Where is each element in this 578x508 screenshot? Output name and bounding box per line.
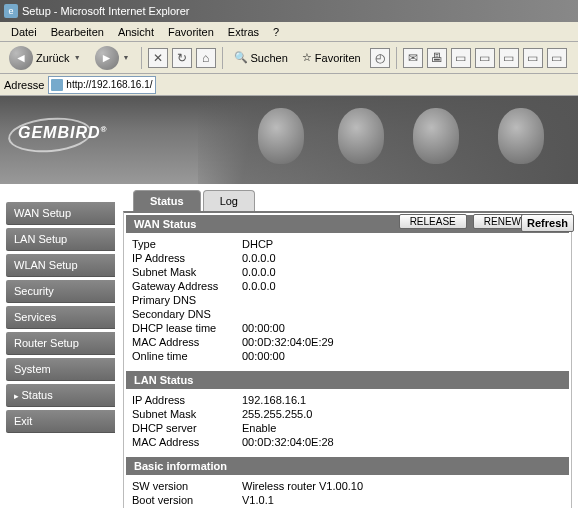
favorites-label: Favoriten	[315, 52, 361, 64]
discuss-button[interactable]: ▭	[475, 48, 495, 68]
stop-button[interactable]: ✕	[148, 48, 168, 68]
window-title: Setup - Microsoft Internet Explorer	[22, 5, 190, 17]
address-input[interactable]: http://192.168.16.1/	[48, 76, 155, 94]
favicon-icon	[51, 79, 63, 91]
mail-button[interactable]: ✉	[403, 48, 423, 68]
research-button[interactable]: ▭	[499, 48, 519, 68]
wan-ip-label: IP Address	[132, 252, 242, 264]
basic-info-header: Basic information	[126, 457, 569, 475]
banner: GEMBIRD®	[0, 96, 578, 184]
menu-favoriten[interactable]: Favoriten	[161, 26, 221, 38]
sidebar-item-wlan-setup[interactable]: WLAN Setup	[6, 254, 115, 277]
wan-pdns-value	[242, 294, 563, 306]
lan-status-body: IP Address192.168.16.1 Subnet Mask255.25…	[124, 391, 571, 455]
wan-type-value: DHCP	[242, 238, 563, 250]
wan-sdns-value	[242, 308, 563, 320]
wan-mac-label: MAC Address	[132, 336, 242, 348]
search-button[interactable]: 🔍 Suchen	[229, 48, 293, 67]
refresh-button[interactable]: Refresh	[521, 214, 574, 232]
home-button[interactable]: ⌂	[196, 48, 216, 68]
ie-icon: e	[4, 4, 18, 18]
chevron-down-icon: ▼	[74, 54, 81, 61]
lan-mask-label: Subnet Mask	[132, 408, 242, 420]
addressbar-label: Adresse	[4, 79, 44, 91]
sidebar: WAN Setup LAN Setup WLAN Setup Security …	[0, 184, 115, 508]
menu-ansicht[interactable]: Ansicht	[111, 26, 161, 38]
wan-type-label: Type	[132, 238, 242, 250]
status-panel: WAN Status TypeDHCP IP Address0.0.0.0 Su…	[123, 211, 572, 508]
back-icon: ◄	[9, 46, 33, 70]
lan-status-header: LAN Status	[126, 371, 569, 389]
brand-logo: GEMBIRD®	[18, 124, 107, 142]
extra-button[interactable]: ▭	[547, 48, 567, 68]
messenger-button[interactable]: ▭	[523, 48, 543, 68]
addressbar: Adresse http://192.168.16.1/	[0, 74, 578, 96]
refresh-toolbar-button[interactable]: ↻	[172, 48, 192, 68]
wan-online-value: 00:00:00	[242, 350, 563, 362]
menu-datei[interactable]: Datei	[4, 26, 44, 38]
sidebar-item-services[interactable]: Services	[6, 306, 115, 329]
lan-mac-value: 00:0D:32:04:0E:28	[242, 436, 563, 448]
sw-version-value: Wireless router V1.00.10	[242, 480, 563, 492]
tabs: Status Log	[133, 190, 572, 211]
search-icon: 🔍	[234, 51, 248, 64]
back-label: Zurück	[36, 52, 70, 64]
print-button[interactable]: 🖶	[427, 48, 447, 68]
sidebar-item-exit[interactable]: Exit	[6, 410, 115, 433]
edit-button[interactable]: ▭	[451, 48, 471, 68]
tab-log[interactable]: Log	[203, 190, 255, 211]
sidebar-item-wan-setup[interactable]: WAN Setup	[6, 202, 115, 225]
search-label: Suchen	[251, 52, 288, 64]
wan-mask-value: 0.0.0.0	[242, 266, 563, 278]
wan-mask-label: Subnet Mask	[132, 266, 242, 278]
wan-online-label: Online time	[132, 350, 242, 362]
boot-version-label: Boot version	[132, 494, 242, 506]
wan-mac-value: 00:0D:32:04:0E:29	[242, 336, 563, 348]
forward-button[interactable]: ► ▼	[90, 43, 135, 73]
browser-content: GEMBIRD® WAN Setup LAN Setup WLAN Setup …	[0, 96, 578, 508]
separator	[222, 47, 223, 69]
release-button[interactable]: RELEASE	[399, 214, 467, 229]
sidebar-item-router-setup[interactable]: Router Setup	[6, 332, 115, 355]
wan-lease-value: 00:00:00	[242, 322, 563, 334]
sw-version-label: SW version	[132, 480, 242, 492]
sidebar-item-system[interactable]: System	[6, 358, 115, 381]
wan-sdns-label: Secondary DNS	[132, 308, 242, 320]
boot-version-value: V1.0.1	[242, 494, 563, 506]
menu-bearbeiten[interactable]: Bearbeiten	[44, 26, 111, 38]
tab-status[interactable]: Status	[133, 190, 201, 211]
lan-mask-value: 255.255.255.0	[242, 408, 563, 420]
wan-pdns-label: Primary DNS	[132, 294, 242, 306]
lan-mac-label: MAC Address	[132, 436, 242, 448]
separator	[396, 47, 397, 69]
toolbar: ◄ Zurück ▼ ► ▼ ✕ ↻ ⌂ 🔍 Suchen ☆ Favorite…	[0, 42, 578, 74]
window-titlebar: e Setup - Microsoft Internet Explorer	[0, 0, 578, 22]
lan-dhcp-value: Enable	[242, 422, 563, 434]
wan-ip-value: 0.0.0.0	[242, 252, 563, 264]
back-button[interactable]: ◄ Zurück ▼	[4, 43, 86, 73]
banner-image	[198, 96, 578, 184]
menu-help[interactable]: ?	[266, 26, 286, 38]
address-url: http://192.168.16.1/	[66, 79, 152, 90]
main-panel: Status Log RELEASE RENEW Refresh WAN Sta…	[115, 184, 578, 508]
forward-icon: ►	[95, 46, 119, 70]
wan-gw-label: Gateway Address	[132, 280, 242, 292]
wan-status-body: TypeDHCP IP Address0.0.0.0 Subnet Mask0.…	[124, 235, 571, 369]
star-icon: ☆	[302, 51, 312, 64]
wan-gw-value: 0.0.0.0	[242, 280, 563, 292]
chevron-down-icon: ▼	[123, 54, 130, 61]
wan-lease-label: DHCP lease time	[132, 322, 242, 334]
lan-dhcp-label: DHCP server	[132, 422, 242, 434]
lan-ip-label: IP Address	[132, 394, 242, 406]
menubar: Datei Bearbeiten Ansicht Favoriten Extra…	[0, 22, 578, 42]
basic-info-body: SW versionWireless router V1.00.10 Boot …	[124, 477, 571, 508]
sidebar-item-lan-setup[interactable]: LAN Setup	[6, 228, 115, 251]
separator	[141, 47, 142, 69]
menu-extras[interactable]: Extras	[221, 26, 266, 38]
sidebar-item-status[interactable]: Status	[6, 384, 115, 407]
sidebar-item-security[interactable]: Security	[6, 280, 115, 303]
history-button[interactable]: ◴	[370, 48, 390, 68]
lan-ip-value: 192.168.16.1	[242, 394, 563, 406]
favorites-button[interactable]: ☆ Favoriten	[297, 48, 366, 67]
wan-buttons: RELEASE RENEW	[399, 214, 532, 229]
